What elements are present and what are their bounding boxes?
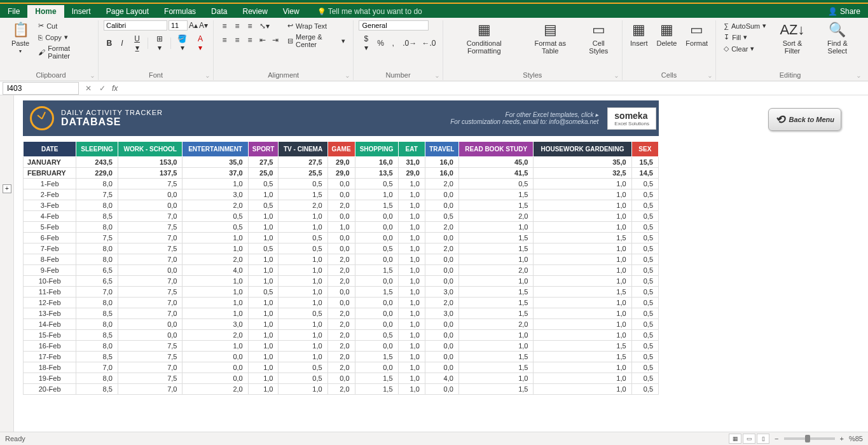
underline-button[interactable]: U ▾ <box>129 33 145 53</box>
col-date[interactable]: DATE <box>24 142 76 157</box>
collapse-group-button[interactable]: + <box>3 184 11 193</box>
tab-data[interactable]: Data <box>203 5 235 18</box>
sort-filter-button[interactable]: AZ↓Sort & Filter <box>773 20 811 56</box>
decrease-font-button[interactable]: A▾ <box>199 21 208 30</box>
font-size-select[interactable] <box>169 20 188 31</box>
bold-button[interactable]: B <box>104 38 115 49</box>
table-row[interactable]: 13-Feb8,57,01,01,00,52,00,01,03,01,51,00… <box>24 308 659 319</box>
normal-view-button[interactable]: ▦ <box>729 434 741 444</box>
formula-bar[interactable] <box>120 83 868 94</box>
number-format-select[interactable] <box>359 20 429 31</box>
col-entertainment[interactable]: ENTERTAINMENT <box>183 142 248 157</box>
tab-page-layout[interactable]: Page Layout <box>99 5 156 18</box>
find-select-button[interactable]: 🔍Find & Select <box>816 20 859 56</box>
table-row[interactable]: 17-Feb8,57,50,01,01,02,01,51,00,01,51,50… <box>24 352 659 362</box>
activity-table[interactable]: DATESLEEPINGWORK - SCHOOLENTERTAINMENTSP… <box>23 141 659 395</box>
tab-home[interactable]: Home <box>27 5 64 18</box>
back-to-menu-button[interactable]: ⟲ Back to Menu <box>768 108 841 131</box>
conditional-formatting-button[interactable]: ▦Conditional Formatting <box>448 20 520 56</box>
increase-font-button[interactable]: A▴ <box>189 21 198 30</box>
table-row[interactable]: 6-Feb7,57,01,01,00,50,00,01,00,01,51,50,… <box>24 233 659 243</box>
col-game[interactable]: GAME <box>327 142 355 157</box>
insert-cells-button[interactable]: ▦Insert <box>628 20 651 48</box>
tab-view[interactable]: View <box>275 5 307 18</box>
table-row[interactable]: 8-Feb8,07,02,01,01,02,00,01,00,01,01,00,… <box>24 254 659 265</box>
col-sex[interactable]: SEX <box>631 142 658 157</box>
font-name-select[interactable] <box>104 20 167 31</box>
table-row[interactable]: 19-Feb8,07,50,01,00,50,01,51,04,01,01,00… <box>24 373 659 384</box>
cell-styles-button[interactable]: ▭Cell Styles <box>581 20 617 56</box>
share-button[interactable]: 👤 Share <box>820 5 868 18</box>
align-right-button[interactable]: ≡ <box>244 34 256 46</box>
enter-formula-button[interactable]: ✓ <box>95 84 109 93</box>
orientation-button[interactable]: ⤡▾ <box>257 20 272 32</box>
align-middle-button[interactable]: ≡ <box>231 20 243 32</box>
col-eat[interactable]: EAT <box>398 142 425 157</box>
merge-center-button[interactable]: ⊟ Merge & Center ▾ <box>285 32 348 50</box>
table-row[interactable]: 9-Feb6,50,04,01,01,02,01,51,00,02,01,00,… <box>24 265 659 276</box>
align-bottom-button[interactable]: ≡ <box>244 20 256 32</box>
table-row[interactable]: 16-Feb8,07,51,01,01,02,00,01,00,01,01,50… <box>24 341 659 352</box>
percent-button[interactable]: % <box>375 38 386 49</box>
format-as-table-button[interactable]: ▤Format as Table <box>524 20 577 56</box>
table-row[interactable]: 5-Feb8,07,50,51,01,01,00,01,02,01,01,00,… <box>24 222 659 233</box>
col-travel[interactable]: TRAVEL <box>425 142 458 157</box>
decrease-indent-button[interactable]: ⇤ <box>257 34 268 46</box>
summary-row[interactable]: FEBRUARY229,0137,537,025,025,529,013,529… <box>24 168 659 179</box>
comma-button[interactable]: , <box>387 38 399 49</box>
table-row[interactable]: 15-Feb8,50,02,01,01,02,00,51,00,01,01,00… <box>24 330 659 341</box>
cut-button[interactable]: ✂ Cut <box>36 20 93 31</box>
worksheet-area[interactable]: + DAILY ACTIVITY TRACKER DATABASE For ot… <box>0 95 868 432</box>
page-layout-button[interactable]: ▭ <box>743 434 755 444</box>
align-left-button[interactable]: ≡ <box>219 34 230 46</box>
zoom-slider[interactable] <box>784 437 835 440</box>
italic-button[interactable]: I <box>116 38 128 49</box>
delete-cells-button[interactable]: ▦Delete <box>654 20 680 48</box>
increase-indent-button[interactable]: ⇥ <box>270 34 281 46</box>
tab-file[interactable]: File <box>0 5 27 18</box>
tab-insert[interactable]: Insert <box>64 5 99 18</box>
page-break-button[interactable]: ▯ <box>757 434 769 444</box>
format-painter-button[interactable]: 🖌 Format Painter <box>36 43 93 61</box>
table-row[interactable]: 12-Feb8,07,01,01,01,00,00,01,02,01,51,00… <box>24 298 659 308</box>
table-row[interactable]: 4-Feb8,57,00,51,01,00,00,01,00,52,01,00,… <box>24 211 659 222</box>
fill-button[interactable]: ↧ Fill ▾ <box>721 32 769 43</box>
zoom-out-button[interactable]: − <box>775 435 778 442</box>
table-row[interactable]: 3-Feb8,00,02,00,52,02,01,51,00,01,51,00,… <box>24 200 659 211</box>
tab-review[interactable]: Review <box>235 5 275 18</box>
paste-button[interactable]: 📋Paste▾ <box>9 20 32 55</box>
zoom-in-button[interactable]: + <box>840 435 844 442</box>
border-button[interactable]: ⊞ ▾ <box>151 33 168 53</box>
table-row[interactable]: 1-Feb8,07,51,00,50,50,00,51,02,00,51,00,… <box>24 179 659 189</box>
table-row[interactable]: 11-Feb7,07,51,00,51,00,01,51,03,01,51,50… <box>24 287 659 298</box>
cancel-formula-button[interactable]: ✕ <box>81 84 95 93</box>
align-center-button[interactable]: ≡ <box>231 34 243 46</box>
col-tv-cinema[interactable]: TV - CINEMA <box>279 142 327 157</box>
fill-color-button[interactable]: 🪣▾ <box>174 33 191 53</box>
name-box[interactable] <box>3 82 79 95</box>
col-sport[interactable]: SPORT <box>248 142 279 157</box>
summary-row[interactable]: JANUARY243,5153,035,027,527,529,016,031,… <box>24 157 659 168</box>
clear-button[interactable]: ◇ Clear ▾ <box>721 43 769 54</box>
autosum-button[interactable]: ∑ AutoSum ▾ <box>721 20 769 31</box>
col-housework-gardening[interactable]: HOUSEWORK GARDENING <box>534 142 631 157</box>
col-read-book-study[interactable]: READ BOOK STUDY <box>458 142 534 157</box>
format-cells-button[interactable]: ▭Format <box>683 20 710 48</box>
table-row[interactable]: 20-Feb8,57,02,01,01,02,01,51,00,01,51,00… <box>24 384 659 395</box>
col-shopping[interactable]: SHOPPING <box>355 142 398 157</box>
decrease-decimal-button[interactable]: ←.0 <box>419 38 437 49</box>
tell-me-input[interactable]: Tell me what you want to do <box>310 5 430 18</box>
table-row[interactable]: 7-Feb8,07,51,00,50,50,00,51,02,01,51,00,… <box>24 243 659 254</box>
table-row[interactable]: 10-Feb6,57,01,01,01,02,00,01,00,01,01,00… <box>24 276 659 287</box>
wrap-text-button[interactable]: ↩ Wrap Text <box>285 20 348 31</box>
fx-icon[interactable]: fx <box>109 84 120 93</box>
font-color-button[interactable]: A ▾ <box>193 33 208 53</box>
increase-decimal-button[interactable]: .0→ <box>400 38 418 49</box>
tab-formulas[interactable]: Formulas <box>156 5 203 18</box>
table-row[interactable]: 14-Feb8,00,03,01,01,02,00,01,00,02,01,00… <box>24 319 659 330</box>
table-row[interactable]: 2-Feb7,50,03,01,01,50,01,01,00,01,51,00,… <box>24 189 659 200</box>
table-row[interactable]: 18-Feb7,07,00,01,00,52,00,01,00,01,51,00… <box>24 362 659 373</box>
accounting-format-button[interactable]: $ ▾ <box>359 33 373 53</box>
col-sleeping[interactable]: SLEEPING <box>76 142 118 157</box>
col-work-school[interactable]: WORK - SCHOOL <box>118 142 183 157</box>
